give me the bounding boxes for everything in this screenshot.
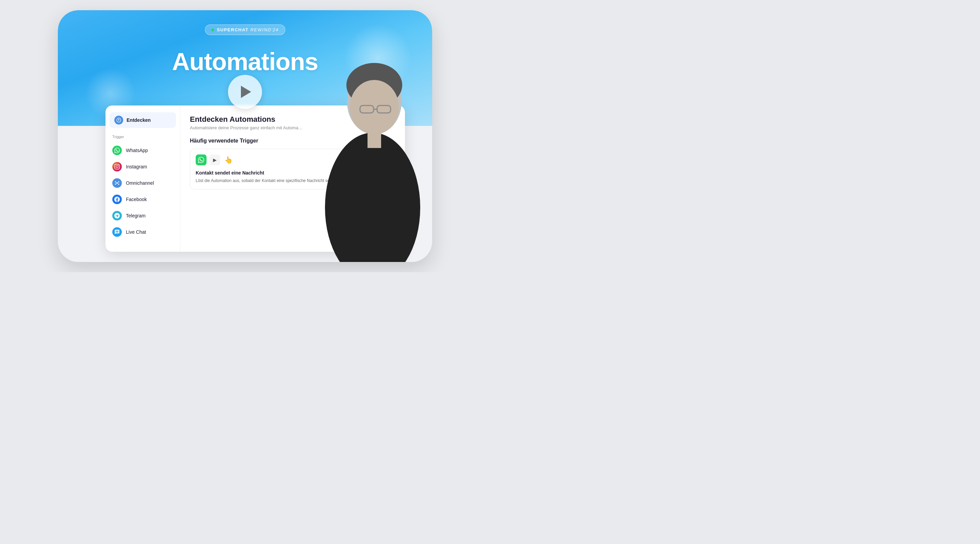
svg-line-10 [118, 183, 118, 184]
badge-text: SUPERCHAT REWIND'24 [217, 27, 279, 32]
svg-point-3 [115, 181, 116, 182]
trigger-whatsapp-icon [196, 154, 207, 165]
sidebar-item-omnichannel[interactable]: Omnichannel [110, 175, 176, 191]
hero-title: Automations [172, 48, 318, 76]
sidebar-item-livechat-label: Live Chat [126, 229, 146, 235]
sidebar-item-whatsapp[interactable]: WhatsApp [110, 142, 176, 159]
facebook-icon [112, 195, 122, 204]
svg-line-9 [116, 183, 117, 184]
compass-icon [116, 118, 121, 122]
sidebar-item-omnichannel-label: Omnichannel [126, 180, 154, 186]
sidebar-item-whatsapp-label: WhatsApp [126, 148, 148, 153]
badge: SUPERCHAT REWIND'24 [205, 24, 285, 35]
telegram-icon [112, 211, 122, 221]
svg-point-6 [118, 184, 119, 185]
svg-rect-18 [368, 131, 381, 148]
badge-dot [211, 29, 214, 31]
sidebar-item-instagram[interactable]: Instagram [110, 159, 176, 175]
whatsapp-icon [112, 146, 122, 155]
svg-point-13 [350, 80, 399, 134]
sidebar: Entdecken Trigger WhatsApp [105, 105, 180, 252]
sidebar-item-facebook[interactable]: Facebook [110, 191, 176, 208]
instagram-icon [112, 162, 122, 172]
outer-card: SUPERCHAT REWIND'24 Automations Entdecke… [58, 10, 432, 262]
svg-point-4 [118, 181, 119, 182]
play-icon [241, 86, 251, 98]
livechat-icon [112, 227, 122, 237]
person-image [310, 58, 432, 262]
play-button[interactable] [228, 75, 262, 109]
svg-point-17 [325, 133, 420, 262]
sidebar-item-facebook-label: Facebook [126, 197, 147, 202]
discover-label: Entdecken [127, 118, 151, 123]
trigger-section-label: Trigger [110, 135, 176, 139]
omnichannel-icon [112, 178, 122, 188]
svg-line-7 [116, 182, 117, 183]
svg-marker-1 [118, 119, 119, 121]
sidebar-item-livechat[interactable]: Live Chat [110, 224, 176, 240]
discover-icon [115, 116, 123, 124]
svg-line-8 [118, 182, 118, 183]
trigger-hand-icon: 👆 [223, 154, 234, 165]
sidebar-item-instagram-label: Instagram [126, 164, 147, 169]
svg-point-2 [116, 182, 118, 184]
svg-point-5 [115, 184, 116, 185]
trigger-arrow-icon: ▶ [209, 154, 220, 165]
sidebar-item-telegram-label: Telegram [126, 213, 146, 218]
sidebar-item-telegram[interactable]: Telegram [110, 208, 176, 224]
sidebar-discover[interactable]: Entdecken [110, 112, 176, 128]
